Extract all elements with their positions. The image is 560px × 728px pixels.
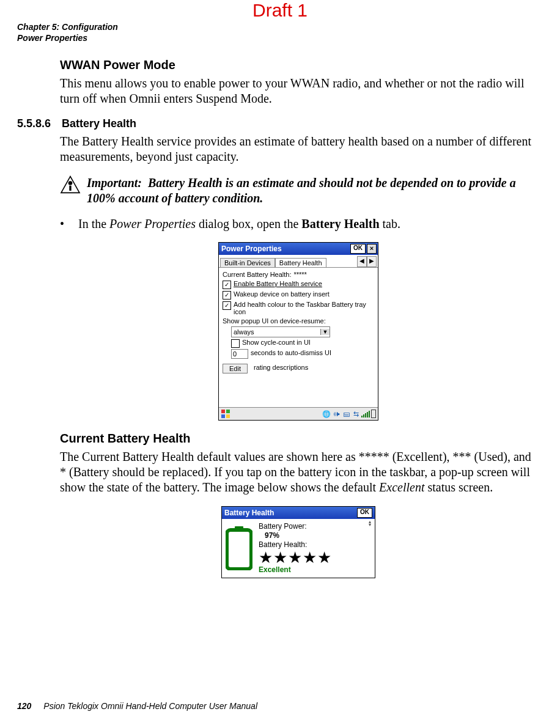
- checkbox-label: Enable Battery Health service: [234, 280, 322, 288]
- edit-row: Edit rating descriptions: [223, 364, 374, 374]
- battery-health-window: Battery Health OK ▴▾ Battery Power: 97% …: [221, 506, 375, 578]
- signal-icon[interactable]: [361, 410, 370, 417]
- auto-dismiss-row: 0 seconds to auto-dismiss UI: [231, 349, 374, 359]
- bullet-italic: Power Properties: [109, 217, 196, 230]
- tab-scroll-left[interactable]: ◀: [357, 256, 367, 267]
- checkbox-enable-service[interactable]: ✓ Enable Battery Health service: [223, 280, 374, 289]
- battery-tray-icon[interactable]: [371, 410, 376, 418]
- start-icon[interactable]: [221, 409, 230, 419]
- cbh-text-italic: Excellent: [379, 480, 424, 494]
- page-footer: 120 Psion Teklogix Omnii Hand-Held Compu…: [17, 701, 257, 711]
- svg-rect-4: [226, 410, 230, 413]
- important-note: Important: Battery Health is an estimate…: [60, 175, 537, 206]
- sound-icon[interactable]: 🕪: [332, 410, 341, 418]
- checkbox-label: Show cycle-count in UI: [242, 339, 311, 347]
- battery-health-label: Battery Health:: [259, 540, 371, 549]
- seconds-input[interactable]: 0: [231, 349, 248, 359]
- network-icon[interactable]: ⇆: [352, 410, 360, 418]
- popup-label-row: Show popup UI on device-resume:: [223, 317, 374, 325]
- popup-label: Show popup UI on device-resume:: [223, 317, 326, 325]
- warning-icon: [60, 175, 81, 196]
- bullet-text: In the Power Properties dialog box, open…: [78, 217, 400, 231]
- bullet-bold: Battery Health: [301, 217, 379, 230]
- ok-button[interactable]: OK: [350, 244, 366, 254]
- svg-rect-2: [69, 186, 71, 191]
- svg-point-1: [68, 181, 73, 185]
- battery-icon: [226, 526, 252, 572]
- titlebar: Power Properties OK ×: [219, 243, 378, 255]
- current-health-row: Current Battery Health: *****: [223, 271, 374, 279]
- battery-health-stars: ★★★★★: [259, 550, 371, 565]
- bh-body: Battery Power: 97% Battery Health: ★★★★★…: [222, 519, 375, 578]
- window-title: Battery Health: [224, 509, 357, 517]
- bullet-mid: dialog box, open the: [196, 217, 301, 230]
- bullet-marker: •: [60, 217, 67, 231]
- titlebar: Battery Health OK: [222, 507, 375, 519]
- checkbox-icon[interactable]: [231, 339, 240, 348]
- bullet-item: • In the Power Properties dialog box, op…: [60, 217, 537, 231]
- important-body: Battery Health is an estimate and should…: [87, 176, 516, 205]
- checkbox-cycle-count[interactable]: Show cycle-count in UI: [231, 339, 374, 348]
- spinner-icon[interactable]: ▴▾: [369, 521, 371, 527]
- wwan-paragraph: This menu allows you to enable power to …: [60, 76, 537, 106]
- card-icon[interactable]: 🖴: [342, 410, 350, 418]
- svg-rect-6: [226, 414, 230, 418]
- bullet-pre: In the: [78, 217, 109, 230]
- footer-title: Psion Teklogix Omnii Hand-Held Computer …: [43, 701, 257, 711]
- battery-health-rating: Excellent: [259, 565, 371, 574]
- battery-power-value: 97%: [259, 531, 371, 540]
- section-number: 5.5.8.6: [17, 117, 51, 130]
- checkbox-icon[interactable]: ✓: [223, 281, 231, 289]
- chevron-down-icon[interactable]: ▼: [320, 329, 330, 335]
- checkbox-icon[interactable]: ✓: [223, 291, 231, 300]
- power-properties-window: Power Properties OK × Built-in Devices B…: [218, 242, 378, 421]
- checkbox-wakeup[interactable]: ✓ Wakeup device on battery insert: [223, 290, 374, 300]
- tab-scroll: ◀ ▶: [357, 256, 377, 267]
- globe-icon[interactable]: 🌐: [322, 410, 331, 418]
- svg-rect-5: [221, 414, 225, 418]
- checkbox-icon[interactable]: ✓: [223, 301, 231, 310]
- current-health-label: Current Battery Health:: [223, 271, 292, 279]
- battery-power-label: Battery Power:: [259, 522, 371, 531]
- checkbox-taskbar-colour[interactable]: ✓ Add health colour to the Taskbar Batte…: [223, 301, 374, 316]
- close-button[interactable]: ×: [367, 244, 377, 254]
- current-health-value: *****: [294, 271, 307, 279]
- draft-watermark: Draft 1: [252, 0, 308, 21]
- svg-rect-9: [232, 536, 246, 564]
- tab-built-in-devices[interactable]: Built-in Devices: [220, 258, 275, 267]
- taskbar: 🌐 🕪 🖴 ⇆: [219, 407, 378, 420]
- ok-button[interactable]: OK: [357, 508, 372, 518]
- popup-select-value: always: [232, 328, 320, 336]
- current-battery-health-paragraph: The Current Battery Health default value…: [60, 449, 537, 495]
- section-heading-row: 5.5.8.6 Battery Health: [17, 117, 537, 130]
- tray: 🌐 🕪 🖴 ⇆: [322, 410, 376, 418]
- tab-strip: Built-in Devices Battery Health ◀ ▶: [219, 255, 378, 268]
- important-text: Important: Battery Health is an estimate…: [87, 175, 537, 206]
- checkbox-label: Wakeup device on battery insert: [234, 290, 330, 298]
- current-battery-health-title: Current Battery Health: [60, 432, 537, 446]
- header-chapter: Chapter 5: Configuration: [17, 22, 118, 33]
- bh-right: Battery Power: 97% Battery Health: ★★★★★…: [259, 521, 371, 574]
- seconds-label: seconds to auto-dismiss UI: [251, 349, 331, 357]
- page-content: WWAN Power Mode This menu allows you to …: [60, 58, 537, 578]
- important-label: Important:: [87, 176, 142, 189]
- battery-health-paragraph: The Battery Health service provides an e…: [60, 134, 537, 164]
- window-title: Power Properties: [221, 245, 350, 253]
- section-title: Battery Health: [62, 117, 136, 130]
- svg-rect-3: [221, 410, 225, 413]
- page-number: 120: [17, 701, 31, 711]
- page-header: Chapter 5: Configuration Power Propertie…: [17, 22, 118, 43]
- checkbox-label: Add health colour to the Taskbar Battery…: [234, 301, 374, 316]
- header-section: Power Properties: [17, 33, 118, 44]
- popup-select[interactable]: always ▼: [231, 326, 330, 337]
- edit-label: rating descriptions: [254, 364, 308, 372]
- bullet-post: tab.: [380, 217, 400, 230]
- panel-body: Current Battery Health: ***** ✓ Enable B…: [219, 268, 378, 407]
- cbh-text-b: status screen.: [425, 480, 493, 494]
- edit-button[interactable]: Edit: [223, 364, 248, 374]
- wwan-title: WWAN Power Mode: [60, 58, 537, 72]
- tab-scroll-right[interactable]: ▶: [367, 256, 377, 267]
- tab-battery-health[interactable]: Battery Health: [275, 258, 326, 267]
